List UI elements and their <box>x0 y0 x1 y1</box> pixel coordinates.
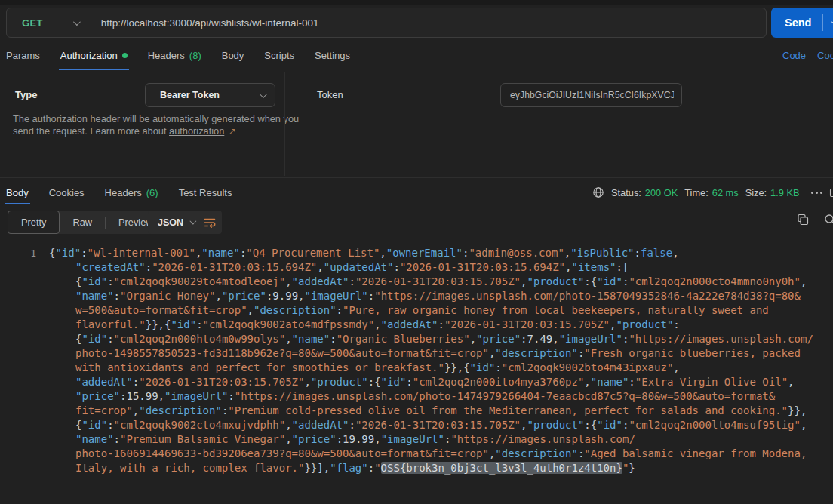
globe-icon <box>592 186 604 198</box>
search-response-button[interactable] <box>824 214 833 226</box>
copy-response-button[interactable] <box>797 214 809 226</box>
response-header: Body Cookies Headers (6) Test Results St… <box>0 178 833 207</box>
chevron-down-icon <box>73 18 81 26</box>
response-tab-headers[interactable]: Headers (6) <box>105 178 158 207</box>
chevron-down-icon <box>190 218 197 225</box>
auth-type-label: Type <box>15 89 37 100</box>
response-tab-body[interactable]: Body <box>6 178 29 207</box>
send-button[interactable]: Send <box>771 8 833 38</box>
format-select[interactable]: JSON <box>148 211 204 234</box>
api-client-window: GET Send Params Authorization Headers (8… <box>0 0 833 504</box>
search-icon <box>824 214 833 226</box>
copy-icon <box>797 214 809 226</box>
response-body-viewer[interactable]: 1 {"id":"wl-internal-001","name":"Q4 Pro… <box>0 235 833 504</box>
status-badge: Status:200 OK <box>611 187 678 198</box>
view-mode-raw[interactable]: Raw <box>60 211 105 234</box>
green-dot-indicator <box>122 53 128 58</box>
split-pane-icon[interactable] <box>829 187 833 198</box>
response-headers-count-badge: (6) <box>146 187 158 198</box>
line-number: 1 <box>0 246 36 260</box>
tab-settings[interactable]: Settings <box>315 41 350 69</box>
auth-help-text: The authorization header will be automat… <box>13 113 299 137</box>
window-top-strip <box>0 0 833 5</box>
headers-count-badge: (8) <box>189 50 201 61</box>
request-tabs-row: Params Authorization Headers (8) Body Sc… <box>0 41 833 69</box>
tab-scripts[interactable]: Scripts <box>264 41 294 69</box>
request-url-bar: GET <box>6 8 767 38</box>
tab-authorization[interactable]: Authorization <box>60 41 128 69</box>
view-mode-switch: Pretty Raw Preview <box>8 211 166 234</box>
response-tab-cookies[interactable]: Cookies <box>49 178 85 207</box>
view-mode-pretty[interactable]: Pretty <box>8 211 60 234</box>
method-select[interactable]: GET <box>7 8 78 37</box>
send-button-label: Send <box>771 17 811 29</box>
auth-type-select[interactable]: Bearer Token <box>145 83 275 107</box>
method-label: GET <box>22 17 43 29</box>
tab-params[interactable]: Params <box>6 41 40 69</box>
external-link-icon: ↗ <box>229 127 236 136</box>
chevron-down-icon <box>260 91 267 98</box>
tab-headers[interactable]: Headers (8) <box>148 41 201 69</box>
wrap-lines-button[interactable] <box>198 211 222 234</box>
url-input[interactable] <box>91 17 766 29</box>
more-options-icon[interactable] <box>811 192 822 194</box>
wrap-lines-icon <box>204 217 216 228</box>
cookies-link[interactable]: Cookies <box>817 50 833 61</box>
authorization-docs-link[interactable]: authorization <box>169 125 224 137</box>
response-toolbar: Pretty Raw Preview JSON <box>0 209 833 235</box>
divider <box>284 72 285 176</box>
json-response-body: {"id":"wl-internal-001","name":"Q4 Procu… <box>49 246 833 475</box>
authorization-panel: Type Bearer Token The authorization head… <box>0 70 833 177</box>
token-label: Token <box>317 89 343 100</box>
response-meta: Status:200 OK Time:62 ms Size:1.9 KB <box>592 178 833 207</box>
token-input[interactable] <box>500 83 682 107</box>
response-tab-test-results[interactable]: Test Results <box>179 178 232 207</box>
size-badge: Size:1.9 KB <box>745 187 800 198</box>
time-badge: Time:62 ms <box>684 187 738 198</box>
tab-body[interactable]: Body <box>222 41 244 69</box>
code-link[interactable]: Code <box>782 50 806 61</box>
divider <box>822 14 823 31</box>
